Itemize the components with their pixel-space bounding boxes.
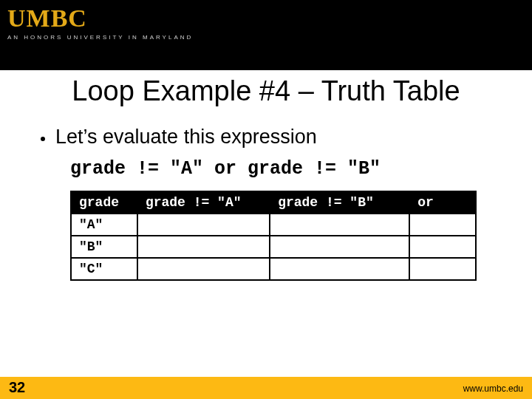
footer-bar: 32 www.umbc.edu (0, 377, 532, 399)
table-row: "B" (71, 236, 476, 258)
header-bar: UMBC AN HONORS UNIVERSITY IN MARYLAND (0, 0, 532, 70)
table-cell: "A" (71, 214, 137, 236)
table-header-row: grade grade != "A" grade != "B" or (71, 191, 476, 214)
footer-url: www.umbc.edu (463, 383, 523, 394)
logo-text: UMBC (7, 4, 193, 33)
bullet-icon (41, 137, 45, 141)
code-expression: grade != "A" or grade != "B" (70, 158, 381, 180)
table-row: "C" (71, 258, 476, 280)
table-cell (137, 236, 270, 258)
table-cell (409, 258, 476, 280)
table-cell (270, 214, 409, 236)
table-cell (270, 258, 409, 280)
table-cell (137, 214, 270, 236)
table-header: or (409, 191, 476, 214)
bullet-item: Let’s evaluate this expression (41, 126, 317, 149)
table-cell: "C" (71, 258, 137, 280)
bullet-text: Let’s evaluate this expression (55, 126, 317, 149)
truth-table: grade grade != "A" grade != "B" or "A" "… (70, 191, 477, 281)
table-row: "A" (71, 214, 476, 236)
table-cell (409, 236, 476, 258)
table-cell (137, 258, 270, 280)
table-header: grade (71, 191, 137, 214)
table-cell (409, 214, 476, 236)
slide-title: Loop Example #4 – Truth Table (0, 75, 532, 107)
logo: UMBC AN HONORS UNIVERSITY IN MARYLAND (7, 4, 193, 41)
table-cell (270, 236, 409, 258)
slide: UMBC AN HONORS UNIVERSITY IN MARYLAND Lo… (0, 0, 532, 399)
table-header: grade != "B" (270, 191, 409, 214)
table-header: grade != "A" (137, 191, 270, 214)
logo-subtitle: AN HONORS UNIVERSITY IN MARYLAND (7, 34, 193, 41)
table-cell: "B" (71, 236, 137, 258)
page-number: 32 (9, 379, 25, 396)
